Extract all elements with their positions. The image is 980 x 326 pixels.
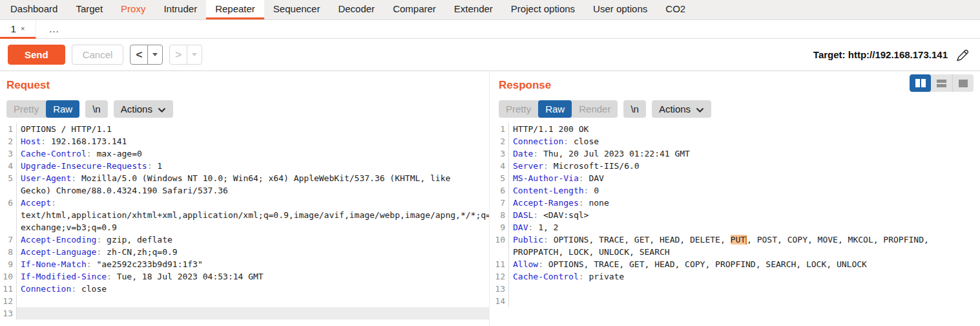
code-token: : xyxy=(533,210,543,220)
target-display: Target: http://192.168.173.141 xyxy=(813,49,948,60)
code-token: : xyxy=(543,161,554,171)
repeater-tab-more[interactable]: ... xyxy=(36,20,72,39)
menu-item-target[interactable]: Target xyxy=(67,0,112,19)
line-content[interactable]: Host: 192.168.173.141 xyxy=(17,135,489,147)
code-token: max-age=0 xyxy=(96,149,141,158)
code-token: : xyxy=(538,259,548,269)
send-button[interactable]: Send xyxy=(8,45,65,65)
line-content[interactable]: Connection: close xyxy=(17,283,489,295)
layout-rows-button[interactable] xyxy=(931,74,952,92)
line-content[interactable]: DAV: 1, 2 xyxy=(509,221,980,234)
line-content[interactable]: Connection: close xyxy=(509,135,980,147)
line-content[interactable]: MS-Author-Via: DAV xyxy=(509,172,980,184)
code-token: DAV xyxy=(513,223,528,232)
line-content[interactable]: Public: OPTIONS, TRACE, GET, HEAD, DELET… xyxy=(509,234,980,258)
code-token: : xyxy=(87,259,97,269)
editor-line: 7Accept-Ranges: none xyxy=(492,197,980,209)
line-content[interactable]: Cache-Control: max-age=0 xyxy=(17,147,489,160)
line-content[interactable]: DASL: <DAV:sql> xyxy=(509,209,980,221)
split-divider xyxy=(147,45,148,64)
line-number: 3 xyxy=(492,147,509,160)
line-content[interactable]: OPTIONS / HTTP/1.1 xyxy=(17,123,489,135)
line-content[interactable]: Allow: OPTIONS, TRACE, GET, HEAD, COPY, … xyxy=(509,258,980,270)
repeater-tab-1[interactable]: 1 × xyxy=(0,20,36,39)
line-content[interactable]: Accept: text/html,application/xhtml+xml,… xyxy=(17,197,489,234)
line-content[interactable] xyxy=(509,283,980,295)
menu-item-sequencer[interactable]: Sequencer xyxy=(264,0,329,19)
request-tab-raw[interactable]: Raw xyxy=(46,100,79,118)
request-tab-pretty[interactable]: Pretty xyxy=(6,100,46,118)
line-content[interactable]: If-None-Match: "ae2592c233b9d91:1f3" xyxy=(17,258,489,270)
split-divider xyxy=(187,45,187,64)
layout-columns-button[interactable] xyxy=(910,74,931,92)
code-token: Thu, 20 Jul 2023 01:22:41 GMT xyxy=(543,149,690,158)
chevron-down-icon xyxy=(696,107,704,113)
line-content[interactable]: If-Modified-Since: Tue, 18 Jul 2023 04:5… xyxy=(17,270,489,283)
request-actions-button[interactable]: Actions xyxy=(114,100,173,118)
menu-item-proxy[interactable]: Proxy xyxy=(112,0,154,19)
code-token: private xyxy=(589,272,624,281)
main-menu-bar: DashboardTargetProxyIntruderRepeaterSequ… xyxy=(0,0,980,20)
menu-item-intruder[interactable]: Intruder xyxy=(154,0,206,19)
line-content[interactable]: Content-Length: 0 xyxy=(509,184,980,197)
menu-item-user-options[interactable]: User options xyxy=(584,0,656,19)
request-tab-newline[interactable]: \n xyxy=(85,100,108,118)
menu-item-dashboard[interactable]: Dashboard xyxy=(1,0,67,19)
cancel-button[interactable]: Cancel xyxy=(72,45,124,65)
code-token: HTTP/1.1 200 OK xyxy=(513,124,589,134)
line-content[interactable]: HTTP/1.1 200 OK xyxy=(509,123,980,135)
menu-item-comparer[interactable]: Comparer xyxy=(384,0,445,19)
line-content[interactable]: Date: Thu, 20 Jul 2023 01:22:41 GMT xyxy=(509,147,980,160)
response-tab-pretty[interactable]: Pretty xyxy=(499,100,538,118)
response-actions-button[interactable]: Actions xyxy=(652,100,711,118)
menu-item-extender[interactable]: Extender xyxy=(445,0,502,19)
target-url: http://192.168.173.141 xyxy=(848,49,948,60)
edit-target-icon[interactable] xyxy=(955,48,970,62)
menu-item-decoder[interactable]: Decoder xyxy=(329,0,384,19)
target-label: Target: xyxy=(813,49,846,60)
menu-item-repeater[interactable]: Repeater xyxy=(206,0,264,19)
line-content[interactable]: Cache-Control: private xyxy=(509,270,980,283)
response-tab-render[interactable]: Render xyxy=(572,100,618,118)
back-dropdown-icon[interactable] xyxy=(152,53,158,56)
code-token: Tue, 18 Jul 2023 04:53:14 GMT xyxy=(117,272,264,281)
line-content[interactable]: Accept-Ranges: none xyxy=(509,197,980,209)
line-number: 10 xyxy=(0,270,17,283)
line-content[interactable] xyxy=(17,295,489,307)
menu-item-project-options[interactable]: Project options xyxy=(502,0,584,19)
editor-line: 12 xyxy=(0,295,489,307)
line-content[interactable]: User-Agent: Mozilla/5.0 (Windows NT 10.0… xyxy=(17,172,489,197)
actions-label: Actions xyxy=(659,103,691,114)
code-token: : xyxy=(584,186,594,195)
line-number: 2 xyxy=(492,135,509,147)
line-content[interactable] xyxy=(17,307,489,320)
layout-single-button[interactable] xyxy=(952,74,974,92)
request-editor[interactable]: 1OPTIONS / HTTP/1.12Host: 192.168.173.14… xyxy=(0,123,489,326)
menu-item-co2[interactable]: CO2 xyxy=(656,0,694,19)
line-number: 4 xyxy=(0,160,17,172)
line-content[interactable] xyxy=(509,295,980,307)
code-token: : xyxy=(147,161,158,171)
response-editor[interactable]: 1HTTP/1.1 200 OK2Connection: close3Date:… xyxy=(492,123,980,326)
code-token: Accept xyxy=(21,198,51,208)
code-token: Upgrade-Insecure-Requests xyxy=(21,161,147,171)
forward-arrow-icon: > xyxy=(170,49,187,61)
editor-line: 3Cache-Control: max-age=0 xyxy=(0,147,489,160)
code-token: Accept-Language xyxy=(21,247,96,257)
editor-line: 13 xyxy=(0,307,489,320)
tab-close-icon[interactable]: × xyxy=(21,25,25,32)
code-token: Allow xyxy=(513,259,538,269)
line-content[interactable]: Upgrade-Insecure-Requests: 1 xyxy=(17,160,489,172)
editor-line: 13 xyxy=(492,283,980,295)
line-content[interactable]: Server: Microsoft-IIS/6.0 xyxy=(509,160,980,172)
back-arrow-icon[interactable]: < xyxy=(130,49,147,61)
chevron-down-icon xyxy=(158,107,166,113)
response-tab-newline[interactable]: \n xyxy=(623,100,646,118)
history-back-button[interactable]: < xyxy=(130,45,163,65)
code-token: If-Modified-Since xyxy=(21,272,107,281)
code-token: : xyxy=(51,198,61,208)
line-content[interactable]: Accept-Encoding: gzip, deflate xyxy=(17,234,489,246)
response-tab-raw[interactable]: Raw xyxy=(538,100,572,118)
response-view-segment: Pretty Raw Render xyxy=(499,100,618,118)
line-content[interactable]: Accept-Language: zh-CN,zh;q=0.9 xyxy=(17,246,489,258)
